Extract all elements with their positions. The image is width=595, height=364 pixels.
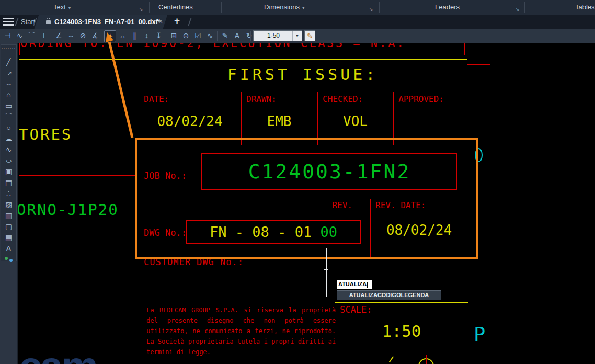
ribbon-panel-tables[interactable]: Tables: [575, 3, 595, 11]
dim-center-mark-tool[interactable]: ⊙: [180, 30, 191, 41]
tab-active-filename[interactable]: C124003-1FN3_FN-A7-01_00.dxf*: [54, 18, 161, 26]
cad-line: [19, 300, 335, 300]
palette-grip-icon[interactable]: ·······: [1, 46, 16, 51]
ribbon-panel-centerlines[interactable]: Centerlines: [158, 3, 193, 11]
cad-line: [19, 59, 467, 60]
dim-arc-length-tool[interactable]: ⌒: [26, 30, 37, 41]
dim-text-edit-tool[interactable]: A: [232, 30, 243, 41]
create-block-tool[interactable]: ▤: [1, 177, 16, 188]
spline-tool[interactable]: ∿: [1, 144, 16, 155]
chevron-down-icon: ▾: [302, 5, 305, 10]
chevron-down-icon: ▾: [68, 5, 71, 10]
ribbon-panel-text[interactable]: Text▾: [53, 3, 71, 11]
point-tool[interactable]: ∴: [1, 188, 16, 199]
insert-block-tool[interactable]: ▣: [1, 166, 16, 177]
approved-label: APPROVED:: [398, 94, 444, 104]
new-tab-button[interactable]: +: [174, 15, 180, 27]
ellipse-tool[interactable]: ○: [0, 155, 20, 166]
cad-line: [19, 119, 138, 119]
cad-line: [393, 92, 394, 145]
polyline-tool[interactable]: ⌣: [1, 78, 16, 89]
lock-icon: [46, 20, 51, 24]
command-autocomplete-item[interactable]: ATUALIZACODIGOLEGENDA: [337, 290, 441, 300]
dim-angle-line-tool[interactable]: ∠: [53, 30, 64, 41]
first-issue-header: FIRST ISSUE:: [139, 65, 467, 84]
smart-dimension-tool[interactable]: ✦: [104, 30, 116, 42]
execution-class-note: ORDING TO: EN 1090-2, EXECUTION CLASS = …: [20, 43, 406, 50]
dim-angular-tool[interactable]: ∡: [89, 30, 100, 41]
document-tab-bar: Start C124003-1FN3_FN-A7-01_00.dxf* × +: [0, 15, 595, 29]
dim-jog-tool[interactable]: ∿: [204, 30, 215, 41]
dim-horizontal-tool[interactable]: ↔: [117, 30, 128, 41]
menu-icon[interactable]: [3, 18, 14, 26]
redecam-logo-fragment: cam: [19, 343, 96, 364]
cad-line: [19, 175, 135, 176]
circle-tool[interactable]: ○: [1, 122, 16, 133]
hatch-tool[interactable]: ▨: [1, 199, 16, 210]
dim-linear-tool[interactable]: ⊣: [2, 30, 13, 41]
dim-edit-tool[interactable]: ✎: [220, 30, 231, 41]
draw-palette: ······· ╱ ↔ ⌣ ⌂ ▭ ⌒ ○ ☁ ∿ ○ ▣ ▤ ∴ ▨ ▥ ▢ …: [1, 44, 17, 261]
toolbar-divider: [217, 31, 218, 41]
dim-arc-tool[interactable]: ⌢: [65, 30, 76, 41]
dim-baseline-tool[interactable]: ∥: [129, 30, 140, 41]
toolbar-divider: [51, 31, 51, 41]
cad-line: [513, 43, 513, 364]
panel-divider: [524, 2, 525, 13]
toolbar-divider: [250, 31, 251, 41]
tab-divider: [188, 18, 191, 26]
panel-launcher-icon[interactable]: ↘: [516, 7, 520, 12]
ribbon-bar: Text▾ ↘ Centerlines Dimensions▾ ↘ Leader…: [0, 0, 595, 15]
date-value: 08/02/24: [139, 113, 241, 129]
tab-divider: [15, 18, 18, 26]
cad-line: [490, 43, 490, 364]
dim-scale-value: 1-50: [254, 31, 293, 41]
chevron-down-icon[interactable]: ▾: [292, 31, 302, 41]
dim-continue-tool[interactable]: ↧: [153, 30, 164, 41]
drawing-canvas[interactable]: ORDING TO: EN 1090-2, EXECUTION CLASS = …: [18, 43, 595, 364]
pickbox-cursor: [324, 269, 328, 274]
table-tool[interactable]: ▦: [1, 232, 16, 243]
dim-diameter-tool[interactable]: ⊘: [77, 30, 88, 41]
draw-tools-sidebar: ······· ╱ ↔ ⌣ ⌂ ▭ ⌒ ○ ☁ ∿ ○ ▣ ▤ ∴ ▨ ▥ ▢ …: [0, 43, 18, 364]
dim-vertical-tool[interactable]: ↕: [141, 30, 152, 41]
dim-ordinate-tool[interactable]: ⊥: [38, 30, 49, 41]
dimension-toolbar: ⊣ ∿ ⌒ ⊥ ∠ ⌢ ⊘ ∡ ✦ ↔ ∥ ↕ ↧ ⊞ ⊙ ☑ ∿ ✎ A ↻ …: [0, 29, 595, 43]
cad-line: [19, 55, 464, 55]
dim-check-tool[interactable]: ☑: [192, 30, 203, 41]
cad-line: [335, 302, 468, 303]
projection-symbol-stroke: [389, 356, 394, 362]
ribbon-panel-dimensions[interactable]: Dimensions▾: [264, 3, 304, 11]
dim-style-button[interactable]: ✎: [304, 30, 315, 41]
toolbar-divider: [102, 31, 102, 41]
date-label: DATE:: [144, 94, 169, 104]
orange-highlight-box: [135, 138, 478, 259]
point-style-tool[interactable]: [1, 252, 16, 263]
rectangle-tool[interactable]: ▭: [1, 100, 16, 111]
polygon-tool[interactable]: ⌂: [1, 89, 16, 100]
panel-divider: [221, 2, 222, 13]
dim-boxed-tool[interactable]: ⊞: [168, 30, 179, 41]
dynamic-command-input[interactable]: ATUALIZA: [337, 280, 372, 289]
panel-launcher-icon[interactable]: ↘: [139, 7, 143, 12]
checked-label: CHECKED:: [323, 94, 363, 104]
ribbon-panel-leaders[interactable]: Leaders: [435, 3, 460, 11]
drawn-label: DRAWN:: [246, 94, 277, 104]
cad-line: [139, 92, 467, 92]
panel-launcher-icon[interactable]: ↘: [369, 7, 373, 12]
cad-line: [19, 247, 131, 247]
drawn-value: EMB: [241, 113, 317, 129]
cad-application-window: Text▾ ↘ Centerlines Dimensions▾ ↘ Leader…: [0, 0, 595, 364]
revision-cloud-tool[interactable]: ☁: [1, 133, 16, 144]
scale-label: SCALE:: [340, 304, 372, 315]
dim-aligned-tool[interactable]: ∿: [14, 30, 25, 41]
close-tab-icon[interactable]: ×: [158, 17, 163, 26]
gradient-tool[interactable]: ▥: [1, 210, 16, 221]
attach-image-tool[interactable]: ▢: [1, 221, 16, 232]
checked-value: VOL: [317, 113, 393, 129]
dim-scale-select[interactable]: 1-50 ▾: [253, 30, 302, 41]
arc-tool[interactable]: ⌒: [1, 111, 16, 122]
cad-line: [467, 64, 490, 65]
scale-value: 1:50: [335, 322, 468, 340]
cad-line: [464, 43, 465, 55]
